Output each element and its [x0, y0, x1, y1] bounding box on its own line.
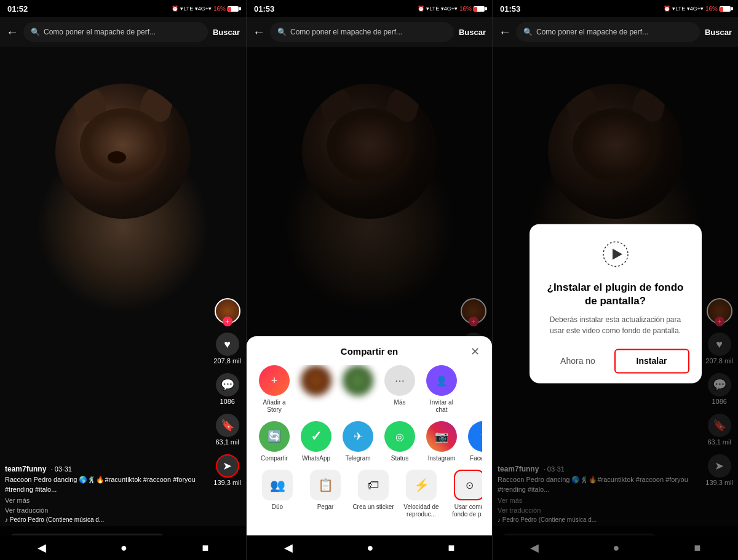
share-contact2-item[interactable] — [340, 365, 376, 414]
status-time-3: 01:53 — [500, 4, 520, 14]
video-area-1: + ♥ 207,8 mil 💬 1086 🔖 63,1 mil ➤ 139,3 … — [0, 47, 246, 560]
telegram-label: Telegram — [345, 455, 370, 462]
nav-recent-2[interactable]: ■ — [448, 542, 455, 554]
share-action-1[interactable]: ➤ 139,3 mil — [213, 454, 241, 486]
bookmark-icon-1[interactable]: 🔖 — [216, 414, 239, 437]
share-title: Compartir en — [341, 346, 398, 357]
search-text-2: Como poner el mapache de perf... — [290, 28, 446, 36]
back-button-3[interactable]: ← — [499, 25, 511, 39]
install-dialog: ¿Instalar el plugin de fondo de pantalla… — [530, 224, 702, 383]
play-dotted-icon — [600, 239, 631, 269]
mas-icon: ⋯ — [384, 365, 415, 396]
share-row-apps: 🔄 Compartir ✓ WhatsApp ✈ Telegram ◎ Stat… — [256, 421, 482, 462]
buscar-button-1[interactable]: Buscar — [213, 28, 240, 37]
signal-icons-2: ▾LTE ▾4G+▾ — [426, 6, 458, 12]
back-button-2[interactable]: ← — [253, 25, 265, 39]
battery-icon-3 — [720, 6, 731, 12]
status-icons-3: ⏰ ▾LTE ▾4G+▾ 16% — [664, 6, 731, 12]
status-icons-1: ⏰ ▾LTE ▾4G+▾ 16% — [172, 6, 239, 12]
nav-back-2[interactable]: ◀ — [284, 541, 293, 554]
like-icon-1[interactable]: ♥ — [216, 333, 239, 356]
story-icon: + — [259, 365, 290, 396]
alarm-icon-3: ⏰ — [664, 6, 670, 12]
share-sticker-item[interactable]: 🏷 Crea un sticker — [352, 470, 394, 518]
dialog-cancel-button[interactable]: Ahora no — [542, 349, 614, 373]
status-bar-2: 01:53 ⏰ ▾LTE ▾4G+▾ 16% — [247, 0, 492, 17]
search-input-2[interactable]: 🔍 Como poner el mapache de perf... — [270, 22, 454, 42]
signal-icons: ▾LTE ▾4G+▾ — [180, 6, 212, 12]
share-velocidad-item[interactable]: ⚡ Velocidad de reproduc... — [400, 470, 442, 518]
share-status-item[interactable]: ◎ Status — [382, 421, 418, 462]
share-pegar-item[interactable]: 📋 Pegar — [304, 470, 346, 518]
share-row-contacts: + Añadir a Story ⋯ Más 👤 Invitar — [256, 365, 482, 414]
follow-plus-1[interactable]: + — [223, 317, 232, 326]
facebook-icon: f — [468, 421, 482, 452]
instagram-label: Instagram — [428, 455, 455, 462]
phone-panel-3: 01:53 ⏰ ▾LTE ▾4G+▾ 16% ← 🔍 Como poner el… — [492, 0, 738, 560]
status-time-1: 01:52 — [7, 4, 28, 14]
status-icon: ◎ — [384, 421, 415, 452]
nav-bar-1: ◀ ● ■ — [0, 535, 246, 560]
nav-home-2[interactable]: ● — [367, 542, 374, 554]
status-icons-2: ⏰ ▾LTE ▾4G+▾ 16% — [418, 6, 485, 12]
whatsapp-label: WhatsApp — [302, 455, 330, 462]
translation-link-1[interactable]: Ver traducción — [5, 507, 212, 514]
share-invite-item[interactable]: 👤 Invitar al chat — [424, 365, 459, 414]
creator-avatar-1[interactable]: + — [215, 298, 240, 324]
status-time-2: 01:53 — [254, 4, 274, 14]
share-telegram-item[interactable]: ✈ Telegram — [340, 421, 376, 462]
like-action-1[interactable]: ♥ 207,8 mil — [213, 333, 241, 365]
search-icon-2: 🔍 — [277, 28, 287, 36]
share-instagram-item[interactable]: 📷 Instagram — [424, 421, 459, 462]
dialog-title: ¿Instalar el plugin de fondo de pantalla… — [542, 281, 689, 308]
search-bar-3: ← 🔍 Como poner el mapache de perf... Bus… — [493, 17, 738, 47]
caption-area-1: team7funny · 03-31 Raccoon Pedro dancing… — [5, 465, 212, 523]
plugin-icon — [542, 239, 689, 274]
share-whatsapp-item[interactable]: ✓ WhatsApp — [298, 421, 334, 462]
share-story-item[interactable]: + Añadir a Story — [256, 365, 292, 414]
share-close-button[interactable]: ✕ — [467, 344, 482, 359]
see-more-1[interactable]: Ver más — [5, 497, 30, 504]
nav-recent-1[interactable]: ■ — [202, 542, 208, 554]
search-input-3[interactable]: 🔍 Como poner el mapache de perf... — [516, 22, 700, 42]
search-input-1[interactable]: 🔍 Como poner el mapache de perf... — [23, 22, 208, 42]
battery-icon-2 — [474, 6, 485, 12]
share-icon-1[interactable]: ➤ — [216, 454, 239, 478]
nav-back-1[interactable]: ◀ — [38, 541, 46, 554]
share-duo-item[interactable]: 👥 Dúo — [256, 470, 298, 518]
phone-panel-2: 01:53 ⏰ ▾LTE ▾4G+▾ 16% ← 🔍 Como poner el… — [246, 0, 492, 560]
duo-label: Dúo — [272, 503, 283, 511]
signal-icons-3: ▾LTE ▾4G+▾ — [672, 6, 704, 12]
contact1-avatar — [301, 365, 331, 396]
alarm-icon: ⏰ — [172, 6, 178, 12]
share-compartir-item[interactable]: 🔄 Compartir — [256, 421, 292, 462]
nav-home-1[interactable]: ● — [121, 542, 127, 554]
share-facebook-item[interactable]: f Facebook — [466, 421, 482, 462]
bookmark-action-1[interactable]: 🔖 63,1 mil — [215, 414, 239, 446]
music-credit-1[interactable]: ♪ Pedro Pedro (Contiene música d... — [5, 516, 212, 523]
dialog-body: Deberás instalar esta actualización para… — [542, 314, 689, 336]
share-fondo-item[interactable]: ⊙ Usar como fondo de p... — [448, 470, 482, 518]
story-label: Añadir a Story — [256, 399, 292, 414]
dialog-install-button[interactable]: Instalar — [614, 349, 689, 373]
buscar-button-2[interactable]: Buscar — [459, 28, 486, 37]
compartir-icon: 🔄 — [259, 421, 290, 452]
pegar-label: Pegar — [317, 503, 334, 511]
search-icon-3: 🔍 — [523, 28, 533, 36]
comment-icon-1[interactable]: 💬 — [216, 373, 239, 396]
comment-action-1[interactable]: 💬 1086 — [216, 373, 239, 405]
svg-marker-1 — [613, 248, 622, 259]
back-button-1[interactable]: ← — [6, 25, 18, 39]
contact2-avatar — [343, 365, 373, 396]
eye-1 — [108, 151, 126, 164]
invite-icon: 👤 — [426, 365, 457, 396]
sticker-label: Crea un sticker — [352, 503, 394, 511]
share-contact1-item[interactable] — [298, 365, 334, 414]
share-mas-item[interactable]: ⋯ Más — [382, 365, 418, 414]
caption-user-1[interactable]: team7funny · 03-31 — [5, 465, 212, 473]
search-icon-1: 🔍 — [31, 28, 40, 36]
share-row-actions: 👥 Dúo 📋 Pegar 🏷 Crea un sticker ⚡ Veloci… — [256, 470, 482, 518]
compartir-label: Compartir — [261, 455, 288, 462]
status-bar-3: 01:53 ⏰ ▾LTE ▾4G+▾ 16% — [493, 0, 738, 17]
buscar-button-3[interactable]: Buscar — [705, 28, 732, 37]
